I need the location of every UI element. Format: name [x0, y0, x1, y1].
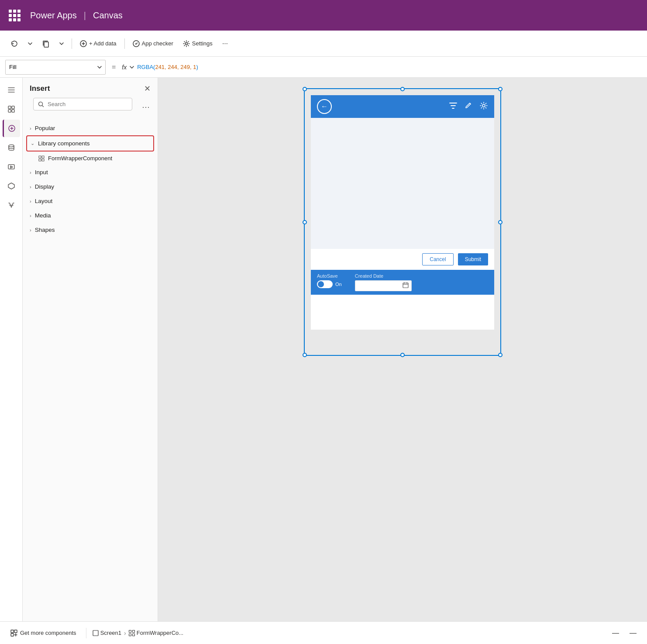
fill-label: Fill	[9, 64, 17, 70]
filter-icon[interactable]	[449, 101, 458, 112]
component-frame: ←	[311, 95, 494, 295]
svg-rect-14	[39, 159, 41, 161]
settings-gear-icon[interactable]	[479, 101, 488, 112]
date-input[interactable]	[355, 280, 412, 291]
breadcrumb-screen[interactable]: Screen1	[93, 630, 121, 636]
app-checker-button[interactable]: App checker	[129, 38, 177, 50]
insert-item-input[interactable]: › Input	[23, 165, 158, 179]
rgba-close: )	[196, 64, 198, 70]
svg-point-3	[185, 42, 187, 45]
screen-icon	[93, 630, 99, 636]
popular-label: Popular	[35, 125, 55, 131]
header-icons	[449, 101, 488, 112]
svg-rect-15	[42, 159, 44, 161]
equals-sign: =	[112, 63, 116, 71]
copy-dropdown[interactable]	[56, 40, 67, 48]
breadcrumb-component[interactable]: FormWrapperCo...	[129, 630, 183, 636]
insert-item-popular[interactable]: › Popular	[23, 121, 158, 135]
autosave-toggle[interactable]	[317, 280, 333, 288]
sidebar-media-button[interactable]	[3, 158, 20, 176]
handle-top-left[interactable]	[303, 87, 307, 91]
search-input[interactable]	[48, 101, 127, 107]
undo-dropdown[interactable]	[24, 40, 36, 48]
insert-item-display[interactable]: › Display	[23, 179, 158, 194]
copy-button[interactable]	[38, 37, 53, 50]
breadcrumb-arrow: ›	[124, 630, 126, 637]
library-chevron-icon: ⌄	[31, 141, 34, 146]
cancel-button[interactable]: Cancel	[422, 253, 453, 265]
svg-rect-25	[132, 634, 134, 636]
component-header: ←	[311, 95, 494, 118]
svg-rect-24	[129, 634, 131, 636]
media-chevron-icon: ›	[30, 213, 31, 218]
svg-rect-18	[11, 630, 14, 633]
formula-display[interactable]: RGBA(241, 244, 249, 1)	[137, 64, 198, 70]
canvas-area[interactable]: ←	[158, 78, 647, 621]
insert-item-shapes[interactable]: › Shapes	[23, 223, 158, 237]
svg-rect-13	[42, 156, 44, 158]
settings-button[interactable]: Settings	[179, 38, 216, 50]
more-icon: ⋯	[222, 40, 228, 47]
search-icon	[38, 101, 44, 107]
app-title: Power Apps	[30, 10, 77, 21]
more-options-button[interactable]: ⋯	[219, 38, 231, 49]
get-more-label: Get more components	[20, 630, 76, 636]
status-bar: Get more components Screen1 › FormWrappe…	[0, 621, 647, 644]
insert-item-media[interactable]: › Media	[23, 208, 158, 223]
handle-top-center[interactable]	[400, 87, 405, 91]
edit-icon[interactable]	[465, 102, 472, 112]
insert-item-library-components[interactable]: ⌄ Library components	[26, 135, 154, 152]
autosave-label: AutoSave	[317, 273, 342, 279]
handle-top-right[interactable]	[498, 87, 502, 91]
svg-rect-7	[12, 110, 14, 112]
insert-panel: Insert ✕ ⋯ › Popular ⌄ Library component…	[23, 78, 158, 621]
app-subtitle: Canvas	[93, 10, 123, 21]
rgba-function: RGBA(	[137, 64, 155, 70]
panel-options-button[interactable]: ⋯	[139, 101, 152, 113]
handle-bottom-center[interactable]	[400, 353, 405, 357]
fill-select[interactable]: Fill	[5, 60, 106, 75]
toolbar-separator-1	[72, 38, 72, 49]
handle-middle-right[interactable]	[498, 220, 502, 224]
svg-rect-0	[44, 42, 48, 47]
svg-rect-22	[129, 630, 131, 632]
zoom-in-button[interactable]: —	[626, 627, 640, 639]
input-label: Input	[35, 169, 48, 176]
zoom-out-button[interactable]: —	[609, 627, 623, 639]
layout-label: Layout	[35, 198, 53, 204]
created-date-label: Created Date	[355, 273, 412, 279]
display-label: Display	[35, 183, 54, 190]
fx-icon: fx	[122, 64, 127, 71]
media-label: Media	[35, 212, 51, 219]
component-label: FormWrapperCo...	[137, 630, 183, 636]
handle-bottom-left[interactable]	[303, 353, 307, 357]
handle-bottom-right[interactable]	[498, 353, 502, 357]
insert-item-layout[interactable]: › Layout	[23, 194, 158, 208]
svg-rect-5	[12, 106, 14, 109]
insert-close-button[interactable]: ✕	[144, 84, 151, 93]
svg-rect-4	[8, 106, 11, 109]
app-checker-label: App checker	[142, 40, 173, 47]
sidebar-component-button[interactable]	[3, 177, 20, 195]
get-more-components-button[interactable]: Get more components	[7, 628, 80, 638]
icon-sidebar	[0, 78, 23, 621]
top-bar: Power Apps | Canvas	[0, 0, 647, 31]
app-grid-icon[interactable]	[9, 10, 21, 21]
sidebar-variable-button[interactable]	[3, 196, 20, 214]
sidebar-data-button[interactable]	[3, 139, 20, 156]
fx-area: fx RGBA(241, 244, 249, 1)	[122, 64, 642, 71]
undo-button[interactable]	[7, 37, 22, 50]
sidebar-menu-button[interactable]	[3, 81, 20, 99]
input-chevron-icon: ›	[30, 170, 31, 175]
handle-middle-left[interactable]	[303, 220, 307, 224]
insert-title: Insert	[30, 84, 50, 93]
sidebar-insert-button[interactable]	[3, 120, 20, 137]
add-data-button[interactable]: + Add data	[76, 38, 120, 50]
svg-rect-17	[403, 283, 408, 288]
sidebar-layers-button[interactable]	[3, 100, 20, 118]
header-back-button[interactable]: ←	[317, 99, 332, 114]
back-arrow-icon: ←	[321, 103, 328, 110]
submit-button[interactable]: Submit	[458, 253, 488, 265]
insert-item-form-wrapper[interactable]: FormWrapperComponent	[23, 152, 158, 165]
screen-label: Screen1	[100, 630, 121, 636]
